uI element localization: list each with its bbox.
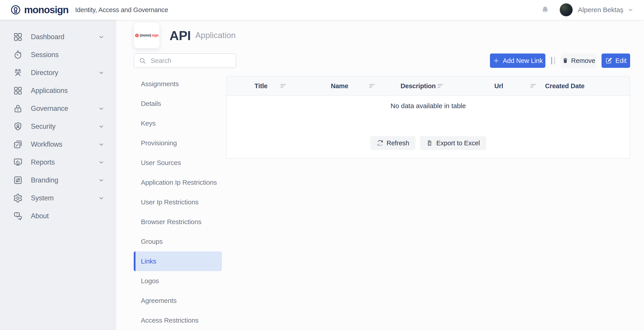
sidebar: Dashboard Sessions Directory Application… bbox=[0, 20, 116, 330]
remove-button[interactable]: Remove bbox=[561, 54, 596, 68]
tab-label: Provisioning bbox=[141, 139, 177, 147]
sidebar-item[interactable]: Reports bbox=[0, 153, 116, 171]
tab-item[interactable]: Groups bbox=[134, 232, 222, 251]
toolbar-buttons: Add New Link Remove Edit bbox=[490, 53, 630, 68]
tab-item[interactable]: Keys bbox=[134, 113, 222, 133]
application-logo: (mono) sign bbox=[135, 33, 158, 38]
sidebar-item[interactable]: Branding bbox=[0, 171, 116, 189]
user-avatar[interactable] bbox=[560, 3, 573, 16]
tab-item[interactable]: Links bbox=[134, 251, 222, 271]
tab-item[interactable]: Logos bbox=[134, 271, 222, 291]
page-title: API bbox=[170, 28, 191, 43]
brand: monosign Identity, Access and Governance bbox=[10, 5, 168, 15]
chevron-down-icon bbox=[98, 159, 105, 166]
main-content: (mono) sign API Application Add New Link… bbox=[116, 20, 644, 330]
sort-lines-icon bbox=[368, 82, 376, 90]
chevron-down-icon bbox=[98, 105, 105, 112]
application-tabs: Assignments Details Keys Provisioning Us… bbox=[134, 74, 222, 330]
tab-item[interactable]: Assignments bbox=[134, 74, 222, 94]
shield-user-icon bbox=[13, 122, 23, 131]
sort-lines-icon bbox=[529, 82, 538, 90]
sidebar-item[interactable]: Workflows bbox=[0, 135, 116, 153]
sidebar-item-label: Governance bbox=[31, 105, 68, 113]
monitor-chart-icon bbox=[13, 157, 23, 167]
lock-icon bbox=[13, 104, 23, 113]
empty-table-message: No data available in table bbox=[227, 102, 630, 110]
sidebar-item-label: Applications bbox=[31, 87, 68, 95]
search-input[interactable] bbox=[150, 57, 231, 65]
export-to-excel-button[interactable]: Export to Excel bbox=[420, 136, 486, 150]
keyhole-icon bbox=[10, 5, 21, 15]
column-label: Description bbox=[400, 82, 436, 90]
logo-prefix: (mono) bbox=[140, 33, 151, 37]
column-label: Name bbox=[331, 82, 348, 90]
chevron-down-icon bbox=[98, 123, 105, 130]
header-right: Alperen Bektaş bbox=[541, 3, 634, 16]
column-label: Title bbox=[254, 82, 268, 90]
column-header[interactable]: Url bbox=[452, 77, 545, 95]
sidebar-item-label: Directory bbox=[31, 69, 58, 77]
gear-icon bbox=[13, 193, 23, 203]
toolbar: Add New Link Remove Edit bbox=[116, 53, 644, 68]
user-name: Alperen Bektaş bbox=[578, 6, 624, 14]
tab-label: Groups bbox=[141, 238, 162, 245]
edit-label: Edit bbox=[616, 57, 626, 65]
sidebar-item[interactable]: Directory bbox=[0, 64, 116, 82]
users-icon bbox=[13, 68, 23, 78]
tab-label: Application Ip Restrictions bbox=[141, 179, 217, 186]
tab-label: Details bbox=[141, 100, 161, 107]
sidebar-item[interactable]: Applications bbox=[0, 82, 116, 100]
workflow-icon bbox=[13, 139, 23, 149]
sidebar-item[interactable]: System bbox=[0, 189, 116, 207]
add-new-link-button[interactable]: Add New Link bbox=[490, 54, 546, 68]
tab-item[interactable]: User Sources bbox=[134, 153, 222, 173]
tab-item[interactable]: Application Ip Restrictions bbox=[134, 173, 222, 192]
search-box bbox=[134, 53, 236, 68]
tab-item[interactable]: User Ip Restrictions bbox=[134, 192, 222, 212]
refresh-button[interactable]: Refresh bbox=[370, 136, 416, 150]
application-logo-card: (mono) sign bbox=[134, 22, 160, 48]
grid-icon bbox=[13, 86, 23, 96]
tab-item[interactable]: Details bbox=[134, 94, 222, 113]
user-menu[interactable]: Alperen Bektaş bbox=[578, 6, 634, 14]
sliders-card-icon bbox=[13, 175, 23, 185]
chevron-down-icon bbox=[98, 34, 105, 40]
chat-question-icon: ?! bbox=[13, 211, 23, 221]
tab-label: Logos bbox=[141, 277, 159, 285]
links-table: Title Name Description Url bbox=[226, 76, 630, 158]
sidebar-item[interactable]: Security bbox=[0, 117, 116, 135]
sidebar-item-label: About bbox=[31, 212, 49, 220]
chevron-down-icon bbox=[98, 195, 105, 202]
tab-item[interactable]: Browser Restrictions bbox=[134, 212, 222, 232]
column-header[interactable]: Name bbox=[295, 77, 384, 95]
sidebar-item[interactable]: Governance bbox=[0, 100, 116, 117]
trash-icon bbox=[562, 57, 568, 64]
stopwatch-icon bbox=[13, 50, 23, 60]
logo-suffix: sign bbox=[152, 33, 159, 37]
column-header[interactable]: Title bbox=[227, 77, 295, 95]
tab-item[interactable]: Agreements bbox=[134, 291, 222, 310]
page-title-row: API Application bbox=[170, 22, 236, 48]
top-header: monosign Identity, Access and Governance… bbox=[0, 0, 644, 20]
column-header[interactable]: Created Date bbox=[545, 77, 585, 95]
sidebar-item[interactable]: ?! About bbox=[0, 207, 116, 225]
add-new-link-label: Add New Link bbox=[503, 57, 543, 65]
refresh-icon bbox=[376, 139, 384, 147]
tab-label: User Sources bbox=[141, 159, 181, 167]
bell-icon[interactable] bbox=[541, 5, 550, 14]
tab-item[interactable]: Access Restrictions bbox=[134, 310, 222, 330]
dashboard-icon bbox=[13, 32, 23, 42]
sidebar-item[interactable]: Sessions bbox=[0, 46, 116, 64]
monosign-badge-icon bbox=[135, 33, 139, 38]
tab-label: Browser Restrictions bbox=[141, 218, 202, 226]
toolbar-divider bbox=[551, 57, 555, 65]
svg-text:!: ! bbox=[20, 216, 20, 219]
sidebar-item-label: Reports bbox=[31, 158, 55, 166]
edit-button[interactable]: Edit bbox=[602, 54, 630, 68]
page-subtitle: Application bbox=[195, 31, 236, 40]
tab-label: Links bbox=[141, 257, 156, 265]
column-header[interactable]: Description bbox=[384, 77, 452, 95]
tab-item[interactable]: Provisioning bbox=[134, 133, 222, 153]
sidebar-item[interactable]: Dashboard bbox=[0, 28, 116, 46]
table-actions: Refresh Export to Excel bbox=[227, 136, 630, 150]
